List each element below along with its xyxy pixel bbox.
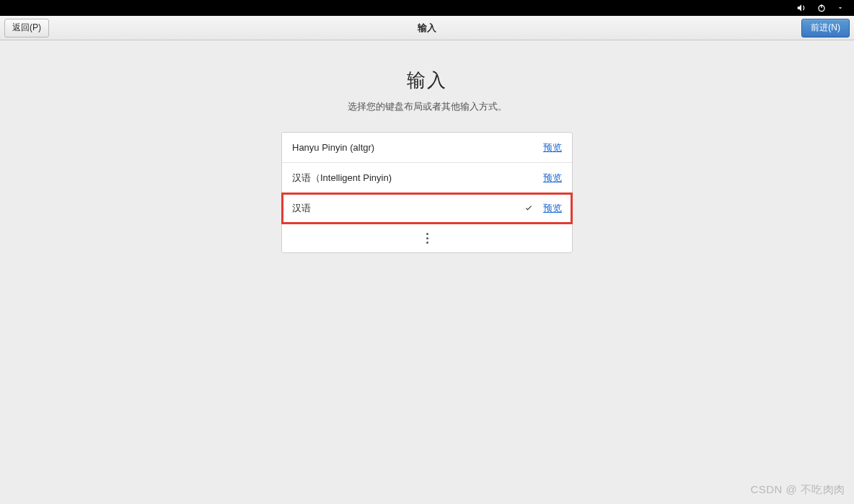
page-title: 输入 [407,68,447,93]
input-sources-list: Hanyu Pinyin (altgr) 预览 汉语（Intelligent P… [281,132,573,253]
page-subtitle: 选择您的键盘布局或者其他输入方式。 [348,100,507,113]
list-item[interactable]: 汉语 预览 [282,193,572,224]
preview-link[interactable]: 预览 [543,202,562,215]
list-item-label: 汉语 [292,202,523,215]
list-item-label: Hanyu Pinyin (altgr) [292,142,523,153]
more-button[interactable] [282,224,572,252]
system-topbar [0,0,854,16]
power-icon[interactable] [816,3,827,13]
chevron-down-icon[interactable] [837,4,844,12]
content-area: 输入 选择您的键盘布局或者其他输入方式。 Hanyu Pinyin (altgr… [0,40,854,253]
watermark: CSDN @ 不吃肉肉 [750,483,845,497]
back-button[interactable]: 返回(P) [4,19,49,37]
more-vertical-icon [426,233,428,244]
header-bar: 返回(P) 输入 前进(N) [0,16,854,40]
volume-icon[interactable] [796,3,806,13]
check-icon [523,204,534,213]
preview-link[interactable]: 预览 [543,141,562,154]
preview-link[interactable]: 预览 [543,172,562,185]
forward-button[interactable]: 前进(N) [801,19,850,37]
list-item-label: 汉语（Intelligent Pinyin) [292,172,523,185]
list-item[interactable]: Hanyu Pinyin (altgr) 预览 [282,133,572,163]
list-item[interactable]: 汉语（Intelligent Pinyin) 预览 [282,163,572,193]
header-title: 输入 [418,22,436,35]
